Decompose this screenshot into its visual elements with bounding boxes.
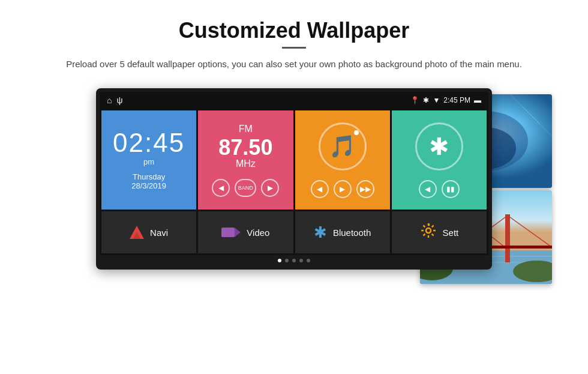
nav-navi-label: Navi (150, 228, 168, 238)
status-time: 2:45 PM (443, 96, 470, 104)
music-dot (354, 130, 359, 135)
radio-prev-button[interactable]: ◀ (212, 179, 230, 197)
clock-date: 28/3/2019 (131, 181, 166, 190)
dot-3 (292, 259, 296, 262)
radio-controls: ◀ BAND ▶ (212, 179, 279, 197)
music-controls: ◀ ▶ ▶▶ (311, 180, 374, 198)
bt-pause-button[interactable]: ▮▮ (442, 180, 460, 198)
page-title: Customized Wallpaper (36, 18, 552, 43)
music-play-button[interactable]: ▶ (334, 180, 352, 198)
battery-icon: ▬ (474, 96, 481, 104)
nav-settings-label: Sett (443, 228, 459, 238)
radio-next-button[interactable]: ▶ (261, 179, 279, 197)
dot-2 (285, 259, 289, 262)
page-container: Customized Wallpaper Preload over 5 defa… (0, 0, 588, 346)
radio-band: FM (239, 124, 253, 134)
svg-line-5 (423, 226, 425, 228)
settings-icon (420, 222, 437, 243)
home-icon: ⌂ (107, 95, 112, 105)
bluetooth-controls: ◀ ▮▮ (419, 180, 460, 198)
nav-tile-settings[interactable]: Sett (392, 211, 487, 253)
dot-4 (299, 259, 303, 262)
clock-time: 02:45 (113, 130, 185, 156)
svg-line-7 (431, 226, 433, 228)
bt-prev-button[interactable]: ◀ (419, 180, 437, 198)
title-divider (282, 47, 306, 49)
location-icon: 📍 (410, 96, 419, 104)
nav-video-label: Video (247, 228, 269, 238)
nav-bluetooth-icon: ✱ (314, 223, 327, 242)
radio-unit: MHz (236, 158, 256, 169)
music-prev-button[interactable]: ◀ (311, 180, 329, 198)
dot-1 (278, 259, 281, 262)
bluetooth-symbol-icon: ✱ (429, 133, 449, 160)
bluetooth-icon-circle: ✱ (415, 122, 463, 170)
nav-tile-bluetooth[interactable]: ✱ Bluetooth (295, 211, 390, 253)
app-grid: 02:45 pm Thursday 28/3/2019 FM 87.50 MHz… (100, 109, 488, 255)
radio-band-button[interactable]: BAND (235, 179, 256, 197)
svg-rect-21 (505, 214, 510, 262)
video-icon (221, 228, 241, 237)
status-bar-left: ⌂ ψ (107, 95, 122, 105)
device-screen: ⌂ ψ 📍 ✱ ▼ 2:45 PM ▬ (100, 92, 488, 266)
cam-lens (235, 228, 241, 237)
bluetooth-tile[interactable]: ✱ ◀ ▮▮ (392, 110, 487, 210)
music-tile[interactable]: 🎵 ◀ ▶ ▶▶ (295, 110, 390, 210)
music-icon-circle: 🎵 (319, 122, 367, 170)
dot-5 (307, 259, 310, 262)
svg-line-6 (431, 234, 433, 236)
nav-tile-video[interactable]: Video (198, 211, 293, 253)
clock-day: Thursday (133, 172, 165, 181)
music-next-button[interactable]: ▶▶ (356, 180, 374, 198)
nav-tile-navi[interactable]: Navi (101, 211, 196, 253)
cam-body (221, 228, 235, 237)
svg-point-0 (426, 228, 431, 233)
clock-ampm: pm (143, 157, 154, 166)
device-frame: ⌂ ψ 📍 ✱ ▼ 2:45 PM ▬ (96, 88, 492, 270)
dots-bar (100, 255, 488, 266)
radio-frequency: 87.50 (218, 137, 272, 158)
radio-tile[interactable]: FM 87.50 MHz ◀ BAND ▶ (198, 110, 293, 210)
status-bar: ⌂ ψ 📍 ✱ ▼ 2:45 PM ▬ (100, 92, 488, 109)
page-subtitle: Preload over 5 default wallpaper options… (36, 57, 552, 71)
navi-icon-wrapper (130, 226, 144, 239)
content-area: ⌂ ψ 📍 ✱ ▼ 2:45 PM ▬ (36, 88, 552, 328)
navigation-icon (130, 226, 144, 239)
clock-tile[interactable]: 02:45 pm Thursday 28/3/2019 (101, 110, 196, 210)
usb-icon: ψ (116, 95, 122, 105)
music-note-icon: 🎵 (329, 134, 356, 159)
nav-bluetooth-label: Bluetooth (333, 228, 371, 238)
svg-line-8 (423, 234, 425, 236)
bluetooth-status-icon: ✱ (423, 96, 429, 104)
status-bar-right: 📍 ✱ ▼ 2:45 PM ▬ (410, 96, 481, 104)
device-wrapper: ⌂ ψ 📍 ✱ ▼ 2:45 PM ▬ (96, 88, 492, 270)
wifi-icon: ▼ (433, 96, 440, 104)
